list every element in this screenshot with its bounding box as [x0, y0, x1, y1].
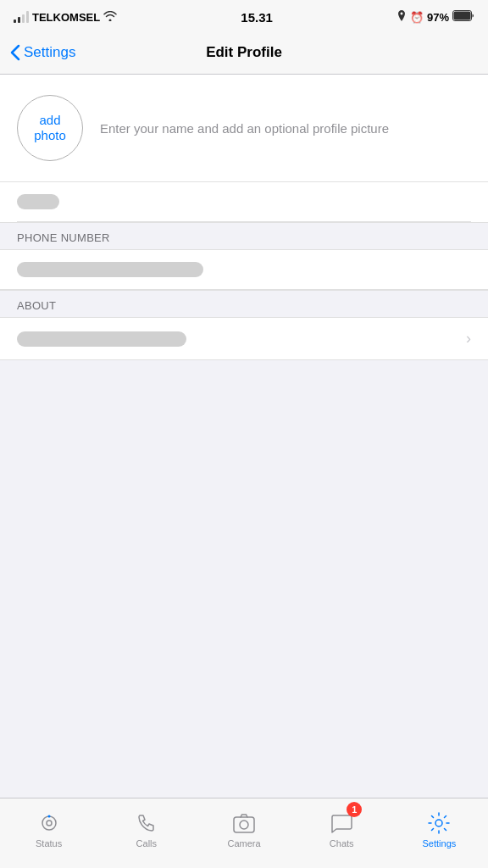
- phone-number-content: [17, 262, 203, 277]
- svg-rect-5: [234, 817, 254, 832]
- calls-tab-icon: [135, 811, 158, 835]
- status-bar: TELKOMSEL 15.31 ⏰ 97%: [0, 0, 488, 31]
- back-label: Settings: [24, 44, 75, 61]
- settings-tab-icon: [427, 811, 451, 835]
- name-field[interactable]: [17, 182, 471, 222]
- tab-bar: Status Calls Camera 1 Chats: [0, 798, 488, 868]
- about-content: [17, 331, 186, 347]
- phone-number-header: PHONE NUMBER: [0, 222, 488, 250]
- chats-badge: 1: [347, 802, 362, 817]
- back-button[interactable]: Settings: [10, 44, 75, 61]
- svg-point-6: [240, 821, 248, 829]
- about-header: ABOUT: [0, 290, 488, 318]
- name-value-blurred: [17, 194, 59, 209]
- signal-bars-icon: [14, 11, 29, 23]
- status-time: 15.31: [241, 10, 273, 25]
- location-icon: [396, 10, 407, 25]
- svg-point-3: [47, 821, 52, 826]
- phone-number-row: [0, 250, 488, 290]
- tab-chats[interactable]: 1 Chats: [293, 798, 391, 854]
- about-row[interactable]: ›: [0, 318, 488, 360]
- settings-tab-label: Settings: [423, 838, 457, 849]
- page-title: Edit Profile: [206, 44, 282, 61]
- carrier-label: TELKOMSEL: [32, 11, 100, 24]
- svg-point-2: [42, 816, 56, 830]
- chevron-right-icon: ›: [466, 330, 471, 348]
- profile-hint-text: Enter your name and add an optional prof…: [100, 120, 389, 137]
- about-value-blurred: [17, 331, 186, 347]
- svg-rect-1: [454, 12, 471, 20]
- status-left: TELKOMSEL: [14, 11, 117, 24]
- battery-label: 97%: [427, 11, 449, 24]
- add-photo-label: addphoto: [34, 113, 66, 143]
- calls-tab-label: Calls: [136, 838, 157, 849]
- camera-tab-label: Camera: [227, 838, 260, 849]
- svg-point-4: [47, 815, 50, 818]
- battery-icon: [452, 10, 474, 24]
- content-spacer: [0, 360, 488, 798]
- name-input-section: [0, 181, 488, 222]
- status-tab-label: Status: [36, 838, 62, 849]
- profile-section: addphoto Enter your name and add an opti…: [0, 75, 488, 181]
- wifi-icon: [103, 11, 117, 24]
- tab-status[interactable]: Status: [0, 798, 97, 854]
- alarm-icon: ⏰: [410, 11, 424, 24]
- status-tab-icon: [37, 811, 61, 835]
- camera-tab-icon: [232, 811, 256, 835]
- chats-tab-label: Chats: [330, 838, 354, 849]
- tab-settings[interactable]: Settings: [391, 798, 488, 854]
- svg-point-7: [435, 820, 442, 826]
- add-photo-button[interactable]: addphoto: [17, 95, 83, 161]
- nav-bar: Settings Edit Profile: [0, 31, 488, 75]
- tab-camera[interactable]: Camera: [195, 798, 292, 854]
- status-right: ⏰ 97%: [396, 10, 474, 25]
- phone-value-blurred: [17, 262, 203, 277]
- tab-calls[interactable]: Calls: [97, 798, 195, 854]
